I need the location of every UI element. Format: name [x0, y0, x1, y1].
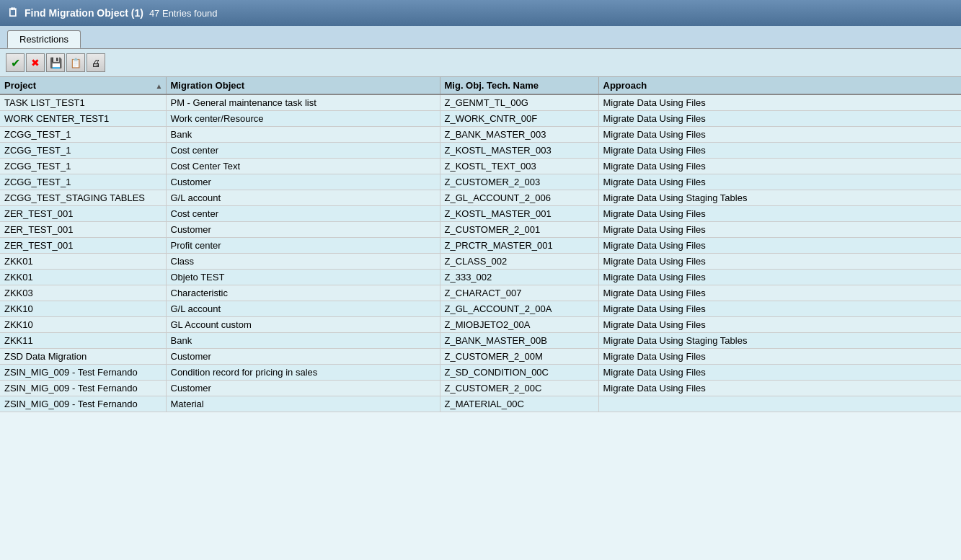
cell-approach: Migrate Data Using Staging Tables [598, 190, 961, 206]
table-row[interactable]: ZSIN_MIG_009 - Test FernandoCustomerZ_CU… [0, 381, 961, 396]
entries-found: 47 Entries found [149, 8, 218, 19]
table-row[interactable]: ZCGG_TEST_1Cost centerZ_KOSTL_MASTER_003… [0, 143, 961, 159]
cell-migration-object: Customer [166, 349, 440, 365]
table-row[interactable]: ZKK01ClassZ_CLASS_002Migrate Data Using … [0, 254, 961, 270]
print-button[interactable]: 🖨 [87, 53, 105, 72]
table-header-row: Project ▲ Migration Object Mig. Obj. Tec… [0, 77, 961, 94]
cell-approach: Migrate Data Using Files [598, 94, 961, 111]
cell-migration-object: Cost center [166, 206, 440, 222]
cell-project: ZSIN_MIG_009 - Test Fernando [0, 365, 166, 381]
table-row[interactable]: ZCGG_TEST_1Cost Center TextZ_KOSTL_TEXT_… [0, 159, 961, 174]
save-as-icon: 📋 [70, 58, 81, 68]
cell-approach: Migrate Data Using Files [598, 127, 961, 143]
cell-project: ZSIN_MIG_009 - Test Fernando [0, 381, 166, 396]
cell-migration-object: Work center/Resource [166, 111, 440, 127]
cell-approach: Migrate Data Using Files [598, 365, 961, 381]
cell-tech-name: Z_KOSTL_TEXT_003 [440, 159, 598, 174]
col-project: Project ▲ [0, 77, 166, 94]
close-icon: ✖ [31, 57, 40, 68]
cell-tech-name: Z_GL_ACCOUNT_2_006 [440, 190, 598, 206]
toolbar: ✔ ✖ 💾 📋 🖨 [0, 49, 961, 77]
sort-arrow-project: ▲ [156, 81, 163, 89]
cell-approach: Migrate Data Using Files [598, 174, 961, 190]
cell-approach: Migrate Data Using Staging Tables [598, 333, 961, 349]
app: 🗒 Find Migration Object (1) 47 Entries f… [0, 0, 961, 560]
cell-approach: Migrate Data Using Files [598, 285, 961, 301]
cell-migration-object: Customer [166, 174, 440, 190]
cell-tech-name: Z_KOSTL_MASTER_003 [440, 143, 598, 159]
table-row[interactable]: TASK LIST_TEST1PM - General maintenance … [0, 94, 961, 111]
cell-project: ZCGG_TEST_STAGING TABLES [0, 190, 166, 206]
cell-tech-name: Z_CUSTOMER_2_00M [440, 349, 598, 365]
checkmark-button[interactable]: ✔ [6, 53, 25, 72]
table-row[interactable]: ZKK03CharacteristicZ_CHARACT_007Migrate … [0, 285, 961, 301]
checkmark-icon: ✔ [11, 56, 20, 70]
table-row[interactable]: ZCGG_TEST_1BankZ_BANK_MASTER_003Migrate … [0, 127, 961, 143]
table-row[interactable]: ZER_TEST_001Cost centerZ_KOSTL_MASTER_00… [0, 206, 961, 222]
cell-project: ZKK10 [0, 317, 166, 333]
print-icon: 🖨 [92, 58, 101, 68]
cell-project: ZKK01 [0, 270, 166, 285]
cell-approach: Migrate Data Using Files [598, 143, 961, 159]
cell-project: TASK LIST_TEST1 [0, 94, 166, 111]
cell-approach [598, 396, 961, 412]
table-row[interactable]: ZKK11BankZ_BANK_MASTER_00BMigrate Data U… [0, 333, 961, 349]
cell-project: ZCGG_TEST_1 [0, 174, 166, 190]
cell-tech-name: Z_CUSTOMER_2_001 [440, 222, 598, 238]
cell-tech-name: Z_BANK_MASTER_00B [440, 333, 598, 349]
save-button[interactable]: 💾 [46, 53, 65, 72]
tab-restrictions[interactable]: Restrictions [7, 30, 81, 48]
cell-tech-name: Z_CUSTOMER_2_003 [440, 174, 598, 190]
table-row[interactable]: ZCGG_TEST_1CustomerZ_CUSTOMER_2_003Migra… [0, 174, 961, 190]
col-approach: Approach [598, 77, 961, 94]
save-icon: 💾 [50, 57, 62, 68]
table-row[interactable]: ZKK10GL Account customZ_MIOBJETO2_00AMig… [0, 317, 961, 333]
cell-tech-name: Z_WORK_CNTR_00F [440, 111, 598, 127]
table-row[interactable]: ZKK10G/L accountZ_GL_ACCOUNT_2_00AMigrat… [0, 301, 961, 317]
cell-migration-object: PM - General maintenance task list [166, 94, 440, 111]
cell-project: ZKK03 [0, 285, 166, 301]
table-row[interactable]: ZSIN_MIG_009 - Test FernandoMaterialZ_MA… [0, 396, 961, 412]
cell-migration-object: Cost Center Text [166, 159, 440, 174]
cell-tech-name: Z_MIOBJETO2_00A [440, 317, 598, 333]
table-body: TASK LIST_TEST1PM - General maintenance … [0, 94, 961, 412]
cell-project: ZSIN_MIG_009 - Test Fernando [0, 396, 166, 412]
cell-tech-name: Z_GL_ACCOUNT_2_00A [440, 301, 598, 317]
title-bar: 🗒 Find Migration Object (1) 47 Entries f… [0, 0, 961, 26]
cell-tech-name: Z_CLASS_002 [440, 254, 598, 270]
cell-migration-object: G/L account [166, 190, 440, 206]
close-button[interactable]: ✖ [26, 53, 45, 72]
cell-project: ZKK11 [0, 333, 166, 349]
table-row[interactable]: WORK CENTER_TEST1Work center/ResourceZ_W… [0, 111, 961, 127]
col-migration-object: Migration Object [166, 77, 440, 94]
table-row[interactable]: ZKK01Objeto TESTZ_333_002Migrate Data Us… [0, 270, 961, 285]
cell-migration-object: Bank [166, 127, 440, 143]
cell-approach: Migrate Data Using Files [598, 301, 961, 317]
cell-approach: Migrate Data Using Files [598, 254, 961, 270]
col-tech-name: Mig. Obj. Tech. Name [440, 77, 598, 94]
table-row[interactable]: ZSD Data MigrationCustomerZ_CUSTOMER_2_0… [0, 349, 961, 365]
save-as-button[interactable]: 📋 [66, 53, 85, 72]
table-row[interactable]: ZER_TEST_001CustomerZ_CUSTOMER_2_001Migr… [0, 222, 961, 238]
tab-area: Restrictions [0, 26, 961, 48]
cell-approach: Migrate Data Using Files [598, 222, 961, 238]
cell-migration-object: Bank [166, 333, 440, 349]
table-row[interactable]: ZSIN_MIG_009 - Test FernandoCondition re… [0, 365, 961, 381]
cell-project: ZCGG_TEST_1 [0, 127, 166, 143]
cell-tech-name: Z_GENMT_TL_00G [440, 94, 598, 111]
cell-project: ZER_TEST_001 [0, 206, 166, 222]
cell-migration-object: Class [166, 254, 440, 270]
cell-project: ZKK01 [0, 254, 166, 270]
table-container[interactable]: Project ▲ Migration Object Mig. Obj. Tec… [0, 77, 961, 560]
cell-project: ZER_TEST_001 [0, 238, 166, 254]
migration-objects-table: Project ▲ Migration Object Mig. Obj. Tec… [0, 77, 961, 412]
table-row[interactable]: ZCGG_TEST_STAGING TABLESG/L accountZ_GL_… [0, 190, 961, 206]
table-row[interactable]: ZER_TEST_001Profit centerZ_PRCTR_MASTER_… [0, 238, 961, 254]
window-title: Find Migration Object (1) [25, 7, 143, 19]
cell-migration-object: Objeto TEST [166, 270, 440, 285]
cell-approach: Migrate Data Using Files [598, 349, 961, 365]
cell-tech-name: Z_MATERIAL_00C [440, 396, 598, 412]
cell-tech-name: Z_PRCTR_MASTER_001 [440, 238, 598, 254]
cell-approach: Migrate Data Using Files [598, 206, 961, 222]
cell-project: ZCGG_TEST_1 [0, 143, 166, 159]
